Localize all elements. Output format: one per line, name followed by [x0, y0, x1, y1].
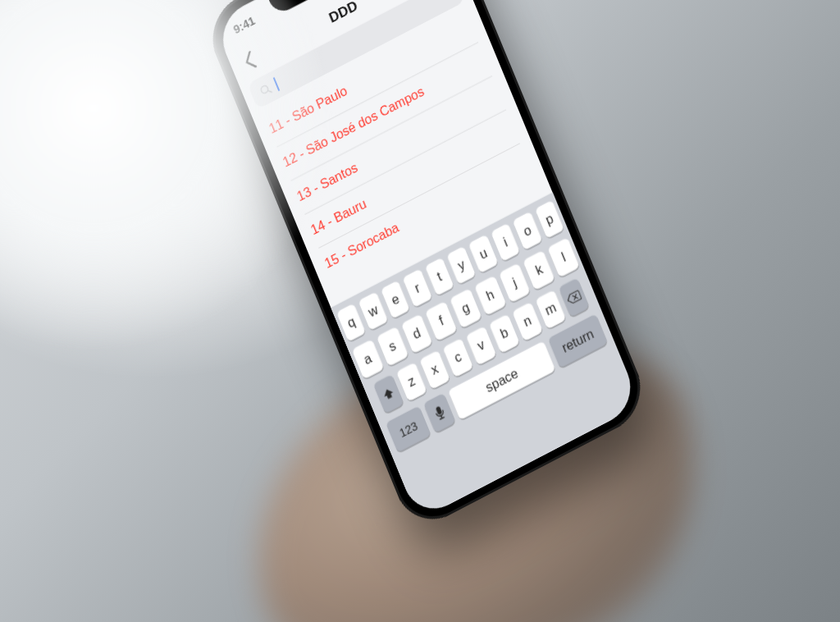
scene-background: 9:41 DDD [0, 0, 840, 622]
back-button[interactable] [231, 40, 268, 80]
key[interactable]: l [547, 237, 580, 277]
chevron-left-icon [241, 50, 258, 71]
microphone-icon [432, 404, 447, 422]
shift-icon [381, 385, 397, 403]
text-caret [273, 77, 281, 91]
backspace-icon [565, 289, 582, 306]
symbols-key[interactable]: 123 [386, 405, 431, 453]
status-time: 9:41 [231, 14, 257, 36]
svg-point-0 [260, 85, 269, 94]
svg-line-1 [268, 89, 272, 94]
page-title: DDD [326, 0, 360, 26]
search-icon [258, 81, 274, 99]
screen: 9:41 DDD [212, 0, 640, 520]
